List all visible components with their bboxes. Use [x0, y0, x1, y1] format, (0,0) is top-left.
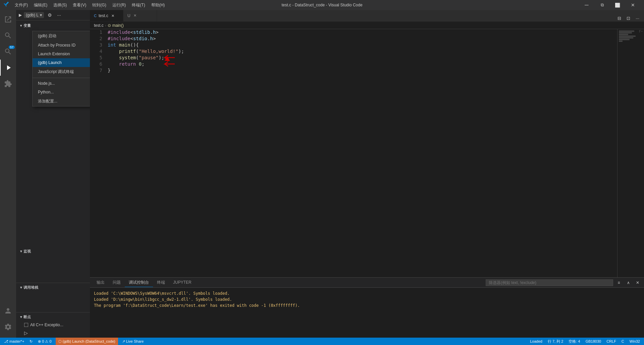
tab-test-c[interactable]: C test.c ✕	[90, 10, 123, 21]
status-position[interactable]: 行 7, 列 2	[546, 338, 565, 345]
panel-tab-terminal[interactable]: 终端	[153, 278, 169, 287]
menu-help[interactable]: 帮助(H)	[149, 2, 168, 9]
menu-view[interactable]: 查看(V)	[70, 2, 89, 9]
restore-button[interactable]: ⧉	[594, 0, 610, 10]
debug-more-button[interactable]: ···	[55, 11, 63, 19]
line-num-1: 1	[90, 29, 102, 36]
tab-bar-actions: ⊟ ⊡ ···	[615, 15, 644, 21]
panel-tab-jupyter[interactable]: JUPYTER	[169, 279, 196, 286]
dropdown-item-launch-ext[interactable]: Launch Extension	[33, 50, 90, 58]
dropdown-item-python[interactable]: Python...	[33, 88, 90, 96]
activity-source-control[interactable]: 57	[0, 44, 16, 60]
titlebar-controls: ─ ⧉ ⬜ ✕	[579, 0, 641, 10]
variables-arrow: ▾	[20, 24, 22, 27]
split-editor-button[interactable]: ⊟	[615, 15, 623, 21]
dropdown-item-gdb-launch[interactable]: (gdb) Launch	[33, 58, 90, 67]
status-line-ending[interactable]: CRLF	[605, 338, 618, 345]
debug-config-selector[interactable]: (gdb) L ▾	[24, 12, 44, 18]
watch-label: 监视	[23, 249, 31, 254]
status-debug-config[interactable]: ⬡ (gdb) Launch (DataStruct_code)	[56, 338, 118, 345]
debug-config-name: (gdb) L	[26, 13, 39, 17]
status-git-branch[interactable]: ⎇ master*+	[3, 338, 25, 345]
titlebar-title: test.c - DataStruct_code - Visual Studio…	[281, 3, 362, 7]
menu-file[interactable]: 文件(F)	[12, 2, 31, 9]
code-line-4: printf("Hello,world!");	[108, 48, 617, 55]
status-spaces[interactable]: 空格: 4	[567, 338, 581, 345]
status-live-share[interactable]: ↗ Live Share	[121, 338, 145, 345]
panel-list-view-button[interactable]: ≡	[615, 279, 623, 286]
error-icon: ⊗	[38, 339, 41, 344]
minimap: Γ─	[617, 29, 644, 277]
breadcrumb: test.c › ⊙ main()	[90, 22, 644, 29]
line-num-4: 4	[90, 48, 102, 55]
debug-config-dropdown[interactable]: (gdb) 启动 Attach by Process ID Launch Ext…	[32, 31, 90, 107]
breakpoint-checkbox[interactable]	[24, 323, 28, 327]
preprocessor-2: #include	[108, 36, 130, 42]
tab-u[interactable]: U ✕	[123, 10, 157, 21]
breadcrumb-function[interactable]: main()	[112, 23, 124, 28]
maximize-button[interactable]: ⬜	[610, 0, 625, 10]
code-content[interactable]: #include<stdlib.h> #include<stdio.h> int…	[105, 29, 617, 277]
line-num-6: 6	[90, 61, 102, 67]
dropdown-item-attach[interactable]: Attach by Process ID	[33, 41, 90, 50]
activity-settings[interactable]	[0, 319, 16, 335]
dropdown-item-gdb-start[interactable]: (gdb) 启动	[33, 31, 90, 41]
status-sync[interactable]: ↻	[28, 338, 34, 345]
git-branch-icon: ⎇	[4, 339, 8, 344]
status-encoding[interactable]: GB18030	[584, 338, 602, 345]
breakpoints-section-header[interactable]: ▾ 断点	[16, 312, 90, 322]
panel-tab-problems[interactable]: 问题	[109, 278, 125, 287]
run-icon: ▶	[19, 13, 22, 17]
panel-close-button[interactable]: ✕	[634, 279, 641, 286]
menu-terminal[interactable]: 终端(T)	[129, 2, 148, 9]
tab-close-u[interactable]: ✕	[132, 13, 138, 18]
menu-select[interactable]: 选择(S)	[51, 2, 69, 9]
breadcrumb-sep-1: ›	[105, 23, 106, 28]
watch-arrow: ▾	[20, 249, 22, 254]
status-errors[interactable]: ⊗ 0 ⚠ 0	[37, 338, 53, 345]
status-warning-count: 0	[49, 339, 51, 343]
call-stack-content	[16, 292, 90, 312]
tab-close-test-c[interactable]: ✕	[110, 13, 116, 18]
status-platform[interactable]: Win32	[628, 338, 641, 345]
menu-edit[interactable]: 编辑(E)	[31, 2, 50, 9]
code-editor[interactable]: 1 2 3 4 5 6 7 #include<stdlib.h> #includ…	[90, 29, 617, 277]
panel-line-1: Loaded 'C:\WINDOWS\SysWOW64\msvcrt.dll'.…	[94, 290, 640, 296]
activity-search[interactable]	[0, 27, 16, 44]
toggle-panel-button[interactable]: ⊡	[625, 15, 632, 21]
variables-section-header[interactable]: ▾ 变量	[16, 20, 90, 31]
panel-scroll-up-button[interactable]: ∧	[625, 279, 632, 286]
panel-tab-debug-console[interactable]: 调试控制台	[125, 278, 153, 287]
line-numbers: 1 2 3 4 5 6 7	[90, 29, 105, 277]
more-actions-button[interactable]: ···	[634, 15, 641, 21]
menu-run[interactable]: 运行(R)	[110, 2, 129, 9]
dropdown-item-nodejs[interactable]: Node.js...	[33, 79, 90, 88]
activity-explorer[interactable]	[0, 11, 16, 27]
tab-bar: C test.c ✕ U ✕ ⊟ ⊡ ···	[90, 10, 644, 22]
breakpoint-all-cpp[interactable]: All C++ Exceptio...	[16, 322, 90, 328]
status-branch-name: master*+	[9, 339, 24, 343]
menu-goto[interactable]: 转到(G)	[90, 2, 109, 9]
panel-filter-input[interactable]	[486, 279, 613, 286]
activity-extensions[interactable]	[0, 76, 16, 92]
panel-tabs: 输出 问题 调试控制台 终端 JUPYTER ≡ ∧ ✕	[90, 278, 644, 288]
close-button[interactable]: ✕	[625, 0, 641, 10]
debug-settings-button[interactable]: ⚙	[46, 11, 53, 19]
panel-tab-output[interactable]: 输出	[93, 278, 109, 287]
breakpoint-expand[interactable]: ▷	[16, 328, 90, 338]
preprocessor-1: #include	[108, 29, 130, 36]
activity-run-debug[interactable]	[0, 60, 16, 76]
watch-section-header[interactable]: ▾ 监视	[16, 247, 90, 256]
breakpoint-label: All C++ Exceptio...	[30, 323, 63, 327]
titlebar: 文件(F) 编辑(E) 选择(S) 查看(V) 转到(G) 运行(R) 终端(T…	[0, 0, 644, 10]
dropdown-item-js-debug[interactable]: JavaScript 调试终端	[33, 67, 90, 77]
minimap-line-3	[619, 34, 628, 35]
activity-accounts[interactable]	[0, 303, 16, 319]
status-loaded-text: Loaded	[530, 339, 542, 343]
breadcrumb-file[interactable]: test.c	[94, 23, 104, 28]
call-stack-section-header[interactable]: ▾ 调用堆栈	[16, 283, 90, 292]
status-language[interactable]: C	[620, 338, 626, 345]
dropdown-item-add-config[interactable]: 添加配置...	[33, 96, 90, 106]
variables-label: 变量	[23, 23, 31, 28]
minimize-button[interactable]: ─	[579, 0, 594, 10]
